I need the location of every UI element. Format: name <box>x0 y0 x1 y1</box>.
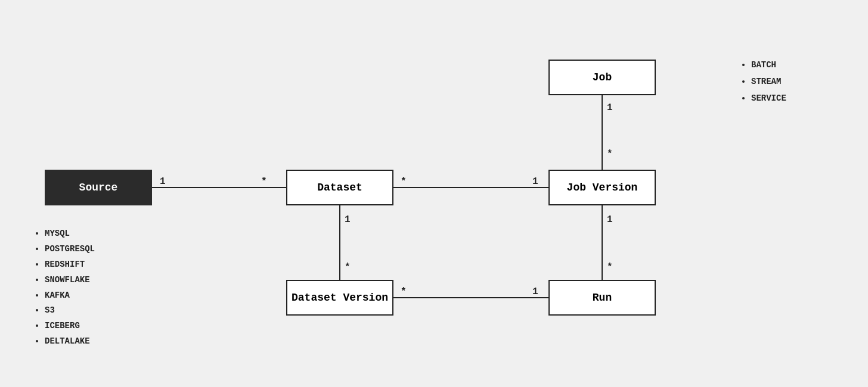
label-job-jv-1: 1 <box>607 102 613 113</box>
label-jv-run-1: 1 <box>607 214 613 225</box>
job-version-box: Job Version <box>548 170 656 205</box>
job-type-item: STREAM <box>751 73 786 90</box>
job-type-item: BATCH <box>751 57 786 73</box>
label-source-1: 1 <box>160 176 166 187</box>
label-job-jv-star: * <box>607 149 613 160</box>
run-label: Run <box>593 292 612 304</box>
diagram-container: Source Dataset Job Job Version Dataset V… <box>0 0 868 387</box>
dataset-box: Dataset <box>286 170 393 205</box>
source-box: Source <box>45 170 152 205</box>
source-type-item: POSTGRESQL <box>45 242 95 257</box>
label-dv-run-star: * <box>401 286 407 297</box>
source-label: Source <box>79 182 118 194</box>
source-type-item: S3 <box>45 303 95 319</box>
job-types-list: BATCHSTREAMSERVICE <box>739 57 786 107</box>
source-type-item: REDSHIFT <box>45 257 95 273</box>
label-jv-run-star: * <box>607 262 613 273</box>
run-box: Run <box>548 280 656 316</box>
job-version-label: Job Version <box>567 182 638 194</box>
source-types-list: MYSQLPOSTGRESQLREDSHIFTSNOWFLAKEKAFKAS3I… <box>33 226 95 349</box>
job-type-item: SERVICE <box>751 90 786 107</box>
source-type-item: KAFKA <box>45 288 95 304</box>
label-dataset-jv-1: 1 <box>532 176 538 187</box>
dataset-version-box: Dataset Version <box>286 280 393 316</box>
source-type-item: DELTALAKE <box>45 334 95 349</box>
source-type-item: ICEBERG <box>45 319 95 334</box>
label-dataset-jv-star: * <box>401 176 407 187</box>
label-dv-run-1: 1 <box>532 286 538 297</box>
job-box: Job <box>548 60 656 95</box>
dataset-version-label: Dataset Version <box>292 292 388 304</box>
dataset-label: Dataset <box>317 182 362 194</box>
source-type-item: MYSQL <box>45 226 95 242</box>
source-type-item: SNOWFLAKE <box>45 273 95 288</box>
job-label: Job <box>593 71 612 83</box>
label-dataset-dv-star: * <box>345 262 351 273</box>
label-dataset-dv-1: 1 <box>345 214 351 225</box>
label-source-star: * <box>261 176 267 187</box>
